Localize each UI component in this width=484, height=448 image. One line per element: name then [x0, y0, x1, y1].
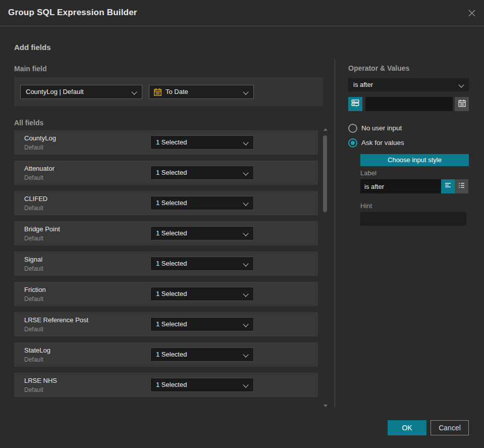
list-input-style-toggle[interactable]: [455, 179, 468, 193]
field-values-dropdown-value: 1 Selected: [156, 351, 187, 358]
field-values-dropdown-value: 1 Selected: [156, 169, 187, 176]
field-subtitle: Default: [24, 356, 43, 363]
list-scrollbar[interactable]: [322, 127, 329, 408]
label-input[interactable]: [360, 179, 441, 193]
field-subtitle: Default: [24, 265, 43, 272]
operator-dropdown-value: is after: [353, 81, 373, 88]
field-values-dropdown-value: 1 Selected: [156, 381, 187, 388]
cancel-button[interactable]: Cancel: [431, 420, 469, 435]
calendar-icon: [153, 88, 162, 98]
field-values-dropdown[interactable]: 1 Selected: [150, 166, 254, 180]
chevron-down-icon: [243, 139, 248, 145]
field-values-dropdown[interactable]: 1 Selected: [150, 135, 254, 150]
field-row: StateLog Default 1 Selected: [14, 342, 318, 367]
main-field-dropdown-value: CountyLog | Default: [26, 88, 84, 95]
field-row: Bridge Point Default 1 Selected: [14, 221, 318, 245]
scrollbar-thumb[interactable]: [323, 135, 327, 212]
field-name: CLIFED: [24, 195, 47, 203]
field-name: CountyLog: [24, 134, 56, 142]
field-values-dropdown-value: 1 Selected: [156, 199, 187, 207]
chevron-down-icon: [243, 261, 248, 266]
field-row: Friction Default 1 Selected: [14, 282, 318, 306]
field-subtitle: Default: [24, 174, 43, 181]
field-values-dropdown-value: 1 Selected: [156, 138, 187, 146]
radio-selected-icon: [348, 138, 357, 147]
field-values-dropdown[interactable]: 1 Selected: [150, 317, 254, 331]
field-values-dropdown[interactable]: 1 Selected: [150, 196, 254, 210]
scroll-down-icon[interactable]: [324, 405, 328, 407]
field-row: Attenuator Default 1 Selected: [14, 161, 318, 185]
date-type-dropdown[interactable]: To Date: [149, 85, 254, 99]
hint-input[interactable]: [360, 212, 466, 226]
chevron-down-icon: [243, 230, 248, 236]
field-subtitle: Default: [24, 295, 43, 303]
radio-ask-for-values[interactable]: Ask for values: [348, 138, 449, 147]
field-name: LRSE NHS: [24, 377, 57, 384]
field-name: Signal: [24, 256, 42, 263]
field-values-dropdown-value: 1 Selected: [156, 290, 187, 297]
choose-input-style-button[interactable]: Choose input style: [360, 154, 469, 166]
chevron-down-icon: [243, 352, 248, 357]
field-row: CLIFED Default 1 Selected: [14, 191, 318, 215]
list-input-style-icon: [458, 181, 466, 191]
title-bar: Group SQL Expression Builder: [0, 0, 484, 26]
main-field-label: Main field: [14, 65, 47, 73]
chevron-down-icon: [458, 82, 464, 87]
field-subtitle: Default: [24, 144, 43, 151]
field-name: Friction: [24, 286, 46, 293]
field-values-dropdown[interactable]: 1 Selected: [150, 257, 254, 271]
date-picker-button[interactable]: [455, 97, 469, 111]
scroll-up-icon[interactable]: [324, 128, 328, 131]
field-name: LRSE Reference Post: [24, 316, 88, 324]
close-button[interactable]: [467, 8, 477, 18]
chevron-down-icon: [243, 170, 248, 175]
single-input-style-icon: [444, 181, 452, 191]
hint-field-label: Hint: [360, 202, 372, 210]
field-row: LRSE NHS Default 1 Selected: [14, 373, 318, 397]
field-name: StateLog: [24, 346, 50, 354]
single-input-style-toggle[interactable]: [441, 179, 455, 193]
calendar-icon: [458, 99, 466, 110]
field-subtitle: Default: [24, 235, 43, 242]
chevron-down-icon: [243, 291, 248, 296]
field-values-dropdown-value: 1 Selected: [156, 320, 187, 328]
dialog-title: Group SQL Expression Builder: [8, 8, 137, 18]
date-type-dropdown-value: To Date: [166, 88, 188, 95]
chevron-down-icon: [243, 382, 248, 387]
radio-label: No user input: [361, 124, 402, 132]
field-values-dropdown-value: 1 Selected: [156, 229, 187, 237]
field-values-dropdown[interactable]: 1 Selected: [150, 378, 254, 392]
field-values-dropdown[interactable]: 1 Selected: [150, 226, 254, 240]
radio-no-user-input[interactable]: No user input: [348, 124, 449, 133]
operator-values-heading: Operator & Values: [348, 64, 409, 72]
field-subtitle: Default: [24, 326, 43, 333]
field-values-dropdown[interactable]: 1 Selected: [150, 287, 254, 301]
all-fields-label: All fields: [14, 119, 43, 127]
unique-values-button[interactable]: [348, 97, 362, 111]
radio-icon: [348, 124, 357, 133]
all-fields-list: CountyLog Default 1 Selected Attenuator …: [14, 130, 318, 403]
group-sql-expression-builder-dialog: Group SQL Expression Builder Add fields …: [0, 0, 484, 448]
label-field-label: Label: [360, 169, 377, 177]
chevron-down-icon: [243, 200, 248, 206]
value-input[interactable]: [365, 97, 453, 111]
chevron-down-icon: [243, 321, 248, 327]
field-values-dropdown[interactable]: 1 Selected: [150, 347, 254, 362]
field-row: Signal Default 1 Selected: [14, 252, 318, 276]
field-subtitle: Default: [24, 205, 43, 212]
radio-label: Ask for values: [361, 139, 404, 146]
field-row: CountyLog Default 1 Selected: [14, 130, 318, 155]
panel-divider: [335, 60, 335, 407]
operator-dropdown[interactable]: is after: [348, 78, 469, 91]
chevron-down-icon: [243, 89, 248, 94]
add-fields-heading: Add fields: [14, 43, 51, 52]
ok-button[interactable]: OK: [388, 420, 426, 435]
unique-values-icon: [351, 98, 360, 110]
close-icon: [467, 8, 477, 18]
main-field-panel: CountyLog | Default To Date: [14, 77, 323, 106]
field-name: Bridge Point: [24, 225, 60, 233]
field-row: LRSE Reference Post Default 1 Selected: [14, 312, 318, 336]
main-field-dropdown[interactable]: CountyLog | Default: [20, 85, 142, 99]
chevron-down-icon: [131, 89, 137, 94]
field-name: Attenuator: [24, 165, 55, 172]
